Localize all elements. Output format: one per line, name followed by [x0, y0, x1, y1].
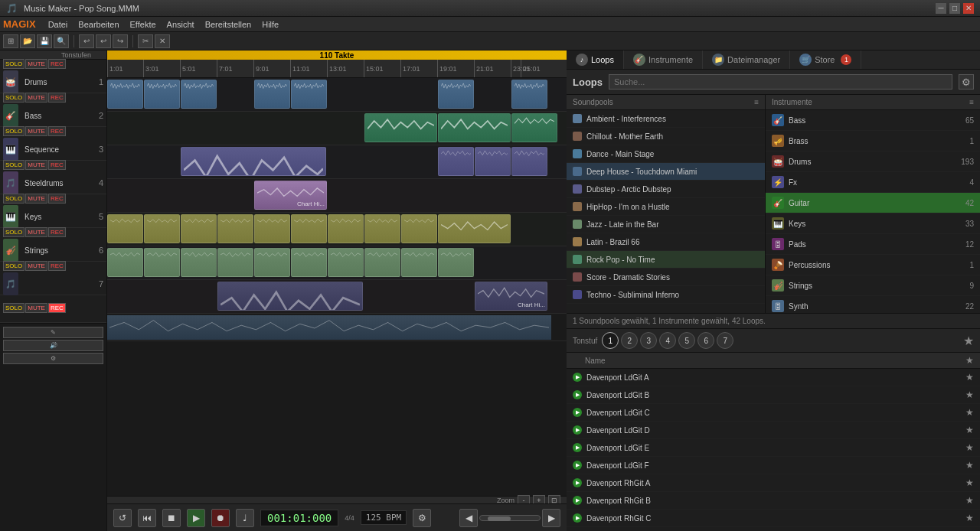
sample-list[interactable]: ▶ Davenport LdGit A ★ ▶ Davenport LdGit …: [567, 369, 980, 531]
left-tool-2[interactable]: 🔊: [3, 340, 103, 351]
instr-fx[interactable]: ⚡ Fx 4: [766, 172, 980, 193]
tonstuf-7[interactable]: 7: [717, 332, 733, 349]
menu-item-hilfe[interactable]: Hilfe: [257, 18, 283, 31]
tonstuf-5[interactable]: 5: [678, 332, 695, 349]
instr-keys[interactable]: 🎹 Keys 33: [766, 213, 980, 234]
toolbar-btn-2[interactable]: 📂: [20, 34, 35, 48]
sample-play-8[interactable]: ▶: [573, 513, 582, 523]
clip-seq-3[interactable]: [475, 147, 511, 176]
soundpool-techno[interactable]: Techno - Subliminal Inferno: [567, 286, 765, 304]
sample-play-0[interactable]: ▶: [573, 373, 582, 382]
track3-mute[interactable]: MUTE: [25, 126, 47, 136]
sample-star-4[interactable]: ★: [965, 442, 974, 453]
instr-synth[interactable]: 🎛 Synth 22: [766, 296, 980, 313]
instr-pads[interactable]: 🎛 Pads 12: [766, 234, 980, 255]
sample-item-5[interactable]: ▶ Davenport LdGit F ★: [567, 457, 980, 474]
rtab-loops[interactable]: ♪ Loops: [567, 50, 624, 69]
toolbar-btn-1[interactable]: ⊞: [3, 34, 18, 48]
clip-keys-7[interactable]: [328, 214, 364, 243]
sample-play-7[interactable]: ▶: [573, 496, 582, 505]
track-lane-strings[interactable]: [107, 246, 567, 280]
clip-drums-1[interactable]: [107, 80, 143, 109]
sample-item-9[interactable]: ▶ Davenport RhGit D ★: [567, 527, 980, 531]
track8-solo[interactable]: SOLO: [3, 303, 24, 313]
toolbar-btn-cut[interactable]: ✂: [138, 34, 153, 48]
toolbar-btn-4[interactable]: 🔍: [54, 34, 69, 48]
instr-percussions[interactable]: 🪘 Percussions 1: [766, 255, 980, 275]
sample-item-4[interactable]: ▶ Davenport LdGit E ★: [567, 439, 980, 457]
track7-mute[interactable]: MUTE: [25, 261, 47, 271]
sample-star-6[interactable]: ★: [965, 477, 974, 488]
clip-strings-9[interactable]: [401, 248, 437, 277]
instr-guitar[interactable]: 🎸 Guitar 42: [766, 193, 980, 213]
track8-rec[interactable]: REC: [48, 303, 66, 313]
transport-right[interactable]: ▶: [542, 509, 560, 527]
transport-record[interactable]: ⏺: [211, 509, 230, 527]
track2-mute[interactable]: MUTE: [25, 93, 47, 103]
sample-star-0[interactable]: ★: [965, 372, 974, 383]
track4-mute[interactable]: MUTE: [25, 160, 47, 170]
track4-rec[interactable]: REC: [48, 160, 66, 170]
clip-drums-2[interactable]: [144, 80, 180, 109]
track-lane-seq[interactable]: [107, 145, 567, 179]
rtab-instrumente[interactable]: 🎸 Instrumente: [624, 50, 703, 69]
clip-seq-4[interactable]: [511, 147, 547, 176]
clip-keys-6[interactable]: [291, 214, 327, 243]
sample-star-2[interactable]: ★: [965, 407, 974, 418]
transport-rewind[interactable]: ⏮: [138, 509, 156, 527]
sample-star-5[interactable]: ★: [965, 460, 974, 471]
clip-strings-8[interactable]: [364, 248, 400, 277]
track-lane-bass[interactable]: [107, 112, 567, 145]
rtab-store[interactable]: 🛒 Store 1: [790, 50, 861, 69]
tonstuf-6[interactable]: 6: [697, 332, 714, 349]
close-button[interactable]: ✕: [963, 3, 974, 14]
toolbar-btn-3[interactable]: 💾: [37, 34, 52, 48]
transport-stop[interactable]: ⏹: [162, 509, 181, 527]
clip-steel-1[interactable]: Chart Hi...: [254, 181, 327, 210]
clip-bottom-1[interactable]: [107, 315, 551, 340]
soundpool-latin[interactable]: Latin - Brazil 66: [567, 233, 765, 251]
tonstuf-4[interactable]: 4: [659, 332, 676, 349]
soundpool-dance[interactable]: Dance - Main Stage: [567, 145, 765, 163]
clip-keys-1[interactable]: [107, 214, 143, 243]
tonstuf-2[interactable]: 2: [621, 332, 638, 349]
clip-bass-2[interactable]: [438, 113, 511, 142]
clip-keys-10[interactable]: [438, 214, 511, 243]
sample-play-3[interactable]: ▶: [573, 425, 582, 435]
soundpool-chillout[interactable]: Chillout - Mother Earth: [567, 128, 765, 145]
tonstuf-3[interactable]: 3: [640, 332, 657, 349]
clip-strings-7[interactable]: [328, 248, 364, 277]
sample-play-6[interactable]: ▶: [573, 478, 582, 487]
transport-loop[interactable]: ↺: [113, 509, 132, 527]
clip-seq-1[interactable]: [181, 147, 326, 176]
instr-brass[interactable]: 🎺 Brass 1: [766, 131, 980, 151]
maximize-button[interactable]: □: [949, 3, 960, 14]
track7-rec[interactable]: REC: [48, 261, 66, 271]
clip-bass-1[interactable]: [364, 113, 437, 142]
soundpool-score[interactable]: Score - Dramatic Stories: [567, 269, 765, 286]
clip-drums-3[interactable]: [181, 80, 217, 109]
clip-strings-4[interactable]: [217, 248, 253, 277]
menu-item-datei[interactable]: Datei: [44, 18, 73, 31]
left-tool-3[interactable]: ⚙: [3, 353, 103, 364]
sample-play-5[interactable]: ▶: [573, 461, 582, 470]
loops-search-input[interactable]: [609, 74, 952, 90]
clip-drums-5[interactable]: [254, 80, 290, 109]
clip-keys-2[interactable]: [144, 214, 180, 243]
toolbar-btn-7[interactable]: ↪: [113, 34, 128, 48]
clip-keys-9[interactable]: [401, 214, 437, 243]
menu-item-ansicht[interactable]: Ansicht: [162, 18, 199, 31]
clip-strings-2[interactable]: [144, 248, 180, 277]
clip-drums-6[interactable]: [291, 80, 327, 109]
clip-strings-6[interactable]: [291, 248, 327, 277]
clip-strings-5[interactable]: [254, 248, 290, 277]
clip-seq-2[interactable]: [438, 147, 474, 176]
sample-item-1[interactable]: ▶ Davenport LdGit B ★: [567, 386, 980, 404]
transport-settings[interactable]: ⚙: [413, 509, 431, 527]
transport-play[interactable]: ▶: [187, 509, 205, 527]
track6-mute[interactable]: MUTE: [25, 227, 47, 237]
track-lane-fx[interactable]: Chart Hi...: [107, 280, 567, 314]
sample-star-3[interactable]: ★: [965, 425, 974, 435]
soundpool-jazz[interactable]: Jazz - Late in the Bar: [567, 216, 765, 233]
sample-item-2[interactable]: ▶ Davenport LdGit C ★: [567, 404, 980, 422]
